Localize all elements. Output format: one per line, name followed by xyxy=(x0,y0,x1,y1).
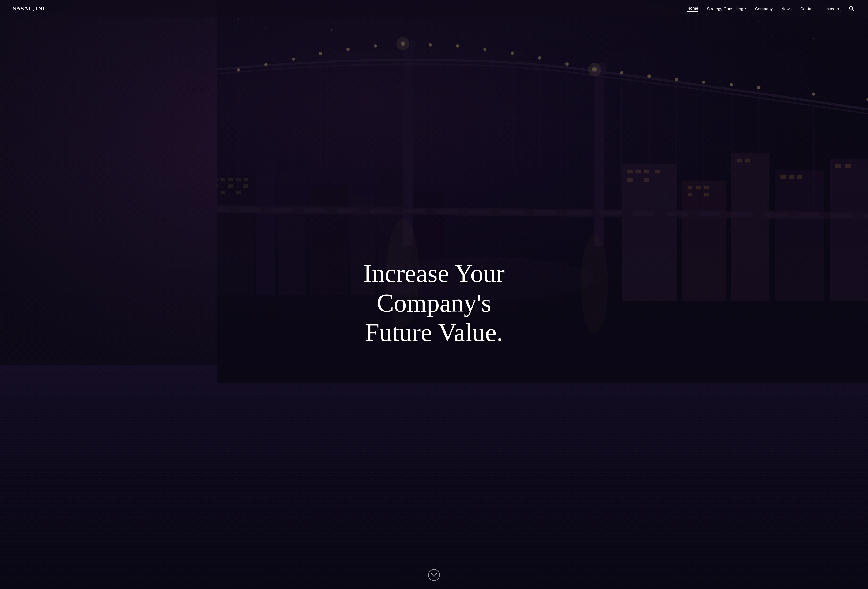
nav-item-news: News xyxy=(781,6,792,11)
search-button[interactable] xyxy=(848,5,855,12)
hero-section: SASAL, INC Home Strategy Consulting ▾ Co… xyxy=(0,0,868,589)
scroll-chevron-wrapper[interactable] xyxy=(428,569,440,581)
nav-link-linkedin[interactable]: LinkedIn xyxy=(823,6,839,11)
navbar: SASAL, INC Home Strategy Consulting ▾ Co… xyxy=(0,0,868,17)
nav-item-search xyxy=(848,5,855,12)
nav-link-news[interactable]: News xyxy=(781,6,792,11)
nav-item-company: Company xyxy=(755,6,773,11)
nav-item-linkedin: LinkedIn xyxy=(823,6,839,11)
scroll-indicator[interactable] xyxy=(428,569,440,581)
hero-title: Increase Your Company's Future Value. xyxy=(313,259,555,347)
chevron-down-icon: ▾ xyxy=(745,7,747,10)
hero-content: Increase Your Company's Future Value. xyxy=(0,17,868,589)
nav-link-company[interactable]: Company xyxy=(755,6,773,11)
brand-logo[interactable]: SASAL, INC xyxy=(13,5,47,12)
nav-link-home[interactable]: Home xyxy=(687,6,698,12)
nav-item-home: Home xyxy=(687,6,698,12)
nav-menu: Home Strategy Consulting ▾ Company News … xyxy=(687,5,855,12)
chevron-down-icon xyxy=(431,573,437,577)
nav-item-strategy: Strategy Consulting ▾ xyxy=(707,6,747,11)
nav-item-contact: Contact xyxy=(800,6,815,11)
nav-link-contact[interactable]: Contact xyxy=(800,6,815,11)
search-icon xyxy=(849,6,854,11)
svg-line-144 xyxy=(852,10,854,11)
nav-link-strategy-consulting[interactable]: Strategy Consulting ▾ xyxy=(707,6,747,11)
